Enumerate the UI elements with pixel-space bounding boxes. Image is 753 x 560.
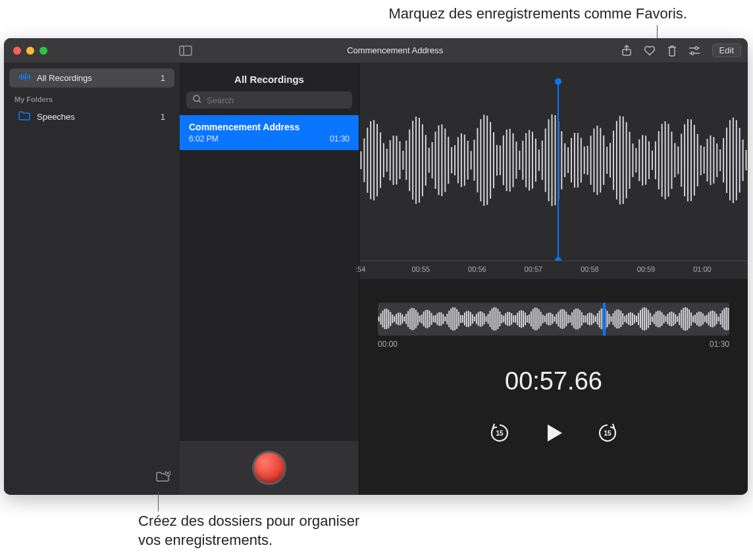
- callout-folders: Créez des dossiers pour organiservos enr…: [138, 512, 359, 549]
- waveform-overview-bars: [378, 303, 729, 335]
- overview-end-time: 01:30: [710, 340, 729, 349]
- search-icon: [193, 95, 201, 105]
- waveform-overview[interactable]: [378, 303, 729, 336]
- time-ruler: :5400:5500:5600:5700:5800:5901:00: [359, 261, 748, 279]
- search-input[interactable]: [207, 95, 346, 105]
- skip-back-seconds: 15: [496, 430, 503, 437]
- sidebar-item-count: 1: [161, 112, 165, 122]
- titlebar-actions: Edit: [621, 43, 741, 57]
- ruler-tick: 00:57: [525, 265, 543, 273]
- list-header: All Recordings: [180, 63, 359, 91]
- favorite-icon[interactable]: [644, 45, 656, 56]
- sidebar-item-count: 1: [161, 73, 165, 83]
- fullscreen-button[interactable]: [39, 47, 47, 55]
- trash-icon[interactable]: [667, 45, 677, 57]
- ruler-tick: :54: [355, 265, 365, 273]
- list-footer: [180, 441, 359, 495]
- playhead-main[interactable]: [558, 82, 559, 261]
- callout-favorites: Marquez des enregistrements comme Favori…: [388, 5, 687, 22]
- callout-line: [158, 492, 159, 511]
- close-button[interactable]: [13, 47, 21, 55]
- waveform-bars: [359, 63, 748, 257]
- window-controls: [4, 47, 47, 55]
- ruler-tick: 00:59: [637, 265, 656, 273]
- edit-button[interactable]: Edit: [712, 43, 741, 57]
- sidebar: All Recordings 1 My Folders Speeches 1: [4, 63, 180, 495]
- overview-start-time: 00:00: [378, 340, 398, 349]
- ruler-tick: 01:00: [693, 265, 712, 273]
- new-folder-icon[interactable]: [156, 471, 170, 486]
- waveform-main[interactable]: [359, 63, 748, 261]
- detail-panel: :5400:5500:5600:5700:5800:5901:00 00:00 …: [359, 63, 748, 495]
- skip-forward-seconds: 15: [604, 430, 611, 437]
- transport-controls: 15 15: [359, 422, 748, 456]
- titlebar: Commencement Address: [4, 38, 748, 63]
- svg-line-15: [199, 101, 201, 103]
- callout-line: [657, 25, 658, 39]
- sidebar-item-label: All Recordings: [37, 73, 92, 83]
- svg-rect-0: [180, 46, 192, 55]
- svg-point-4: [695, 47, 698, 49]
- playhead-overview[interactable]: [603, 303, 606, 336]
- ruler-tick: 00:56: [468, 265, 486, 273]
- sidebar-item-label: Speeches: [37, 112, 75, 122]
- waveform-icon: [18, 72, 30, 84]
- folder-icon: [18, 111, 30, 122]
- toggle-sidebar-icon[interactable]: [179, 45, 192, 56]
- current-time: 00:57.66: [359, 367, 748, 395]
- skip-forward-button[interactable]: 15: [596, 422, 619, 444]
- skip-back-button[interactable]: 15: [488, 422, 511, 444]
- window-title: Commencement Address: [347, 45, 443, 55]
- recording-item[interactable]: Commencement Address 6:02 PM 01:30: [180, 115, 359, 150]
- ruler-tick: 00:58: [581, 265, 599, 273]
- svg-point-6: [691, 52, 694, 55]
- sidebar-section-label: My Folders: [4, 89, 180, 106]
- settings-sliders-icon[interactable]: [688, 46, 700, 55]
- voice-memos-window: Commencement Address: [4, 38, 748, 495]
- search-field[interactable]: [186, 91, 352, 109]
- svg-point-14: [194, 95, 199, 101]
- recording-time: 6:02 PM: [189, 134, 219, 143]
- sidebar-item-all-recordings[interactable]: All Recordings 1: [9, 68, 174, 88]
- sidebar-item-folder[interactable]: Speeches 1: [9, 107, 174, 126]
- recording-duration: 01:30: [330, 134, 350, 143]
- recording-title: Commencement Address: [189, 122, 350, 132]
- record-button[interactable]: [252, 451, 286, 485]
- minimize-button[interactable]: [26, 47, 34, 55]
- share-icon[interactable]: [621, 45, 632, 57]
- play-button[interactable]: [542, 422, 565, 444]
- recordings-list-panel: All Recordings Commencement Address 6:02…: [180, 63, 359, 495]
- ruler-tick: 00:55: [412, 265, 430, 273]
